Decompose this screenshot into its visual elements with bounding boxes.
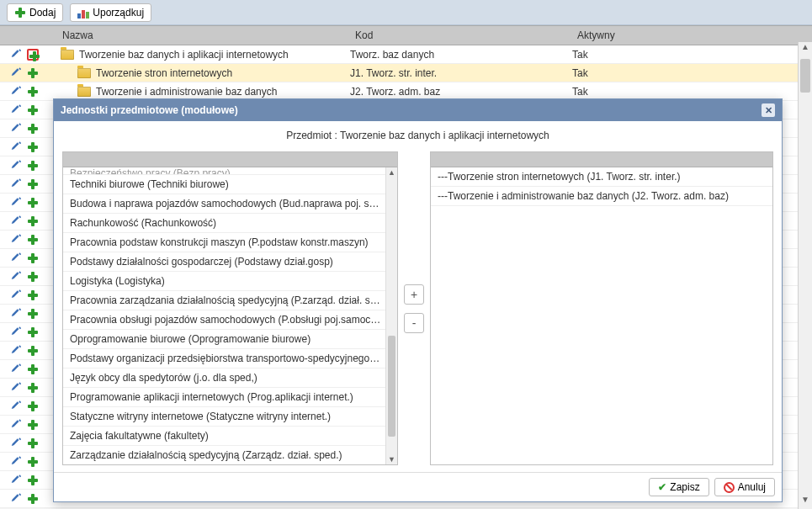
add-icon[interactable] (27, 104, 39, 116)
add-icon[interactable] (27, 141, 39, 153)
list-item[interactable]: ---Tworzenie stron internetowych (J1. Tw… (431, 167, 772, 187)
scroll-thumb[interactable] (388, 336, 395, 437)
toolbar: Dodaj Uporządkuj (0, 0, 812, 25)
edit-icon[interactable] (10, 252, 22, 264)
add-icon[interactable] (27, 419, 39, 431)
add-icon[interactable] (27, 400, 39, 412)
folder-icon (77, 87, 91, 97)
add-icon[interactable] (27, 437, 39, 449)
row-name-text: Tworzenie i administrowanie baz danych (96, 86, 277, 98)
list-item[interactable]: Oprogramowanie biurowe (Oprogramowanie b… (63, 330, 397, 349)
cell-name: Tworzenie stron internetowych (57, 67, 350, 79)
list-item[interactable]: Zarządzanie działalnością spedycyjną (Za… (63, 446, 397, 464)
add-icon[interactable] (27, 382, 39, 394)
list-item[interactable]: Pracownia zarządzania działalnością sped… (63, 291, 397, 310)
scroll-down-icon[interactable]: ▼ (386, 455, 397, 464)
edit-icon[interactable] (10, 382, 22, 394)
cancel-button[interactable]: Anuluj (714, 478, 775, 496)
save-button[interactable]: ✔ Zapisz (649, 478, 709, 496)
list-item[interactable]: ---Tworzenie i administrowanie baz danyc… (431, 187, 772, 206)
scroll-thumb[interactable] (800, 59, 810, 93)
scroll-up-icon[interactable]: ▲ (386, 168, 397, 177)
edit-icon[interactable] (10, 104, 22, 116)
left-scrollbar[interactable]: ▲ ▼ (385, 167, 397, 464)
close-icon[interactable]: ✕ (762, 103, 775, 117)
add-icon[interactable] (27, 160, 39, 172)
edit-icon[interactable] (10, 493, 22, 505)
list-item[interactable]: Język obcy dla spedytorów (j.o. dla sped… (63, 368, 397, 388)
add-icon[interactable] (27, 86, 39, 98)
edit-icon[interactable] (10, 197, 22, 209)
add-icon[interactable] (27, 363, 39, 375)
add-icon[interactable] (27, 252, 39, 264)
add-icon[interactable] (27, 49, 39, 61)
main-scrollbar[interactable]: ▲ ▼ (798, 42, 812, 509)
list-item[interactable]: Pracownia podstaw konstrukcji maszyn (P.… (63, 233, 397, 252)
add-icon[interactable] (27, 326, 39, 338)
edit-icon[interactable] (10, 326, 22, 338)
edit-icon[interactable] (10, 234, 22, 246)
add-icon[interactable] (27, 123, 39, 135)
list-item[interactable]: Programowanie aplikacji internetowych (P… (63, 388, 397, 407)
col-code[interactable]: Kod (350, 26, 572, 45)
edit-icon[interactable] (10, 160, 22, 172)
add-icon[interactable] (27, 475, 39, 486)
add-icon[interactable] (27, 197, 39, 209)
edit-icon[interactable] (10, 271, 22, 283)
add-icon[interactable] (27, 493, 39, 505)
add-icon[interactable] (27, 289, 39, 301)
add-button[interactable]: Dodaj (7, 3, 63, 22)
table-row[interactable]: Tworzenie baz danych i aplikacji interne… (0, 45, 812, 64)
cell-active: Tak (572, 49, 812, 61)
col-name[interactable]: Nazwa (57, 26, 350, 45)
edit-icon[interactable] (10, 419, 22, 431)
edit-icon[interactable] (10, 123, 22, 135)
add-icon[interactable] (27, 271, 39, 283)
add-icon[interactable] (27, 178, 39, 190)
edit-icon[interactable] (10, 67, 22, 79)
edit-icon[interactable] (10, 437, 22, 449)
edit-icon[interactable] (10, 456, 22, 468)
edit-icon[interactable] (10, 49, 22, 61)
check-icon: ✔ (658, 481, 666, 493)
add-item-button[interactable]: + (404, 284, 424, 305)
add-icon[interactable] (27, 234, 39, 246)
edit-icon[interactable] (10, 345, 22, 357)
cancel-label: Anuluj (738, 481, 766, 493)
add-icon[interactable] (27, 215, 39, 227)
add-icon[interactable] (27, 67, 39, 79)
edit-icon[interactable] (10, 141, 22, 153)
edit-icon[interactable] (10, 178, 22, 190)
chart-icon (77, 7, 89, 19)
table-row[interactable]: Tworzenie stron internetowychJ1. Tworz. … (0, 64, 812, 82)
edit-icon[interactable] (10, 363, 22, 375)
list-item[interactable]: Rachunkowość (Rachunkowość) (63, 214, 397, 233)
list-item[interactable]: Logistyka (Logistyka) (63, 272, 397, 291)
add-icon[interactable] (27, 308, 39, 320)
list-item[interactable]: Statyczne witryny internetowe (Statyczne… (63, 407, 397, 427)
remove-item-button[interactable]: - (404, 313, 424, 333)
list-item[interactable]: Budowa i naprawa pojazdów samochodowych … (63, 194, 397, 214)
modal-titlebar[interactable]: Jednostki przedmiotowe (modułowe) ✕ (54, 99, 782, 121)
add-icon[interactable] (27, 456, 39, 468)
list-item[interactable]: Podstawy działalności gospodarczej (Pods… (63, 252, 397, 272)
edit-icon[interactable] (10, 215, 22, 227)
edit-icon[interactable] (10, 475, 22, 486)
list-item[interactable]: Zajęcia fakultatywne (fakultety) (63, 427, 397, 446)
list-item[interactable]: Bezpieczeństwo pracy (Bezp.pracy) (63, 167, 397, 175)
scroll-down-icon[interactable]: ▼ (799, 495, 812, 509)
list-item[interactable]: Podstawy organizacji przedsiębiorstwa tr… (63, 349, 397, 368)
add-icon[interactable] (27, 345, 39, 357)
edit-icon[interactable] (10, 308, 22, 320)
list-item[interactable]: Techniki biurowe (Techniki biurowe) (63, 175, 397, 194)
available-list-header (63, 152, 397, 167)
edit-icon[interactable] (10, 400, 22, 412)
cell-code: J2. Tworz. adm. baz (350, 86, 572, 98)
edit-icon[interactable] (10, 86, 22, 98)
edit-icon[interactable] (10, 289, 22, 301)
transfer-buttons: + - (398, 151, 430, 465)
list-item[interactable]: Pracownia obsługi pojazdów samochodowych… (63, 310, 397, 330)
scroll-up-icon[interactable]: ▲ (799, 42, 812, 56)
sort-button[interactable]: Uporządkuj (70, 3, 151, 22)
col-active[interactable]: Aktywny (572, 26, 812, 45)
